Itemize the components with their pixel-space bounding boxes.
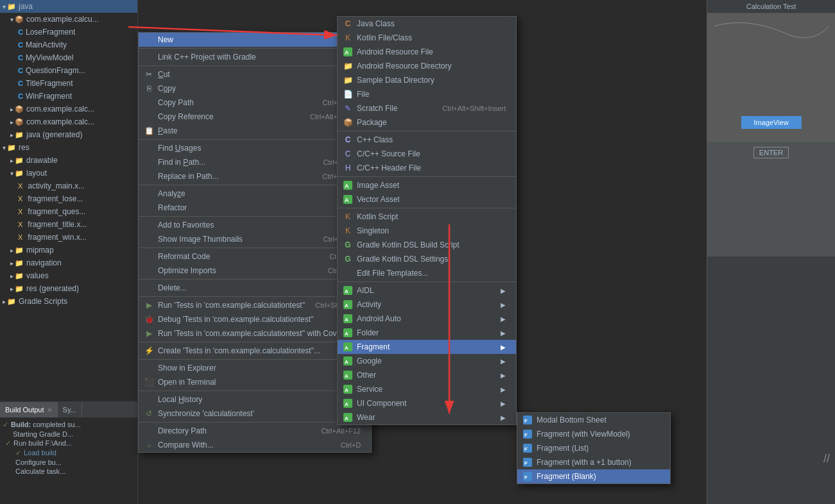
menu-item-fragment-list[interactable]: F Fragment (List): [517, 441, 670, 455]
menu-item-paste[interactable]: 📋 Paste Ctrl+V: [139, 124, 371, 138]
menu-item-ui-component[interactable]: A UI Component ▶: [338, 396, 516, 410]
menu-item-cpp-class[interactable]: C C++ Class: [338, 133, 516, 147]
menu-item-gradle-build[interactable]: G Gradle Kotlin DSL Build Script: [338, 238, 516, 252]
tree-item-titlefragment[interactable]: C TitleFragment: [0, 77, 137, 90]
menu-item-create-tests[interactable]: ⚡ Create 'Tests in 'com.example.calculat…: [139, 344, 371, 358]
menu-item-run-coverage[interactable]: ▶ Run 'Tests in 'com.example.calculation…: [139, 326, 371, 340]
tree-item-com2[interactable]: ▸ 📦 com.example.calc...: [0, 103, 137, 115]
tree-item-com-example[interactable]: ▾ 📦 com.example.calcu...: [0, 13, 137, 26]
tree-item-fragment-title[interactable]: X fragment_title.x...: [0, 218, 137, 231]
tree-item-activity-main[interactable]: X activity_main.x...: [0, 180, 137, 192]
tree-item-questionfragm[interactable]: C QuestionFragm...: [0, 64, 137, 77]
tree-item-values[interactable]: ▸ 📁 values: [0, 269, 137, 282]
menu-item-kotlin-file[interactable]: K Kotlin File/Class: [338, 31, 516, 45]
menu-item-run-tests[interactable]: ▶ Run 'Tests in 'com.example.calculation…: [139, 298, 371, 312]
cpp-source-icon: C: [343, 149, 353, 158]
menu-item-vector-asset[interactable]: A Vector Asset: [338, 192, 516, 206]
check-icon: ✓: [5, 439, 11, 448]
menu-item-aidl[interactable]: A AIDL ▶: [338, 283, 516, 298]
menu-item-android-auto[interactable]: A Android Auto ▶: [338, 312, 516, 326]
menu-item-show-explorer[interactable]: Show in Explorer: [139, 361, 371, 375]
menu-item-copy-path[interactable]: Copy Path Ctrl+Shift+C: [139, 96, 371, 110]
menu-item-optimize[interactable]: Optimize Imports Ctrl+Alt+O: [139, 264, 371, 278]
menu-item-android-resource-file[interactable]: A Android Resource File: [338, 45, 516, 59]
tree-item-myviewmodel[interactable]: C MyViewModel: [0, 51, 137, 64]
menu-item-replace-path[interactable]: Replace in Path... Ctrl+Shift+R: [139, 169, 371, 183]
tree-item-losefragment[interactable]: C LoseFragment: [0, 26, 137, 38]
class-icon: C: [18, 67, 23, 74]
menu-item-compare[interactable]: ⬦ Compare With... Ctrl+D: [139, 438, 371, 452]
menu-item-cpp-header[interactable]: H C/C++ Header File: [338, 161, 516, 175]
tree-item-winfragment[interactable]: C WinFragment: [0, 90, 137, 103]
close-tab-icon[interactable]: ✕: [47, 407, 52, 414]
tab-sy[interactable]: Sy...: [58, 402, 82, 417]
menu-item-wear[interactable]: A Wear ▶: [338, 410, 516, 424]
menu-item-scratch-file[interactable]: ✎ Scratch File Ctrl+Alt+Shift+Insert: [338, 101, 516, 115]
menu-item-label: Fragment (List): [537, 444, 660, 453]
menu-item-refactor[interactable]: Refactor ▶: [139, 201, 371, 215]
menu-item-file[interactable]: 📄 File: [338, 87, 516, 101]
menu-item-java-class[interactable]: C Java Class: [338, 17, 516, 31]
fragment-vm-icon: F: [522, 430, 533, 439]
menu-item-fragment-viewmodel[interactable]: F Fragment (with ViewModel): [517, 427, 670, 441]
tree-item-fragment-ques[interactable]: X fragment_ques...: [0, 205, 137, 218]
menu-item-fragment-blank[interactable]: F Fragment (Blank): [517, 469, 670, 483]
tree-item-java[interactable]: ▾ 📁 java: [0, 0, 137, 13]
menu-item-fragment-plus[interactable]: F Fragment (with a +1 button): [517, 455, 670, 469]
menu-item-fragment[interactable]: A Fragment ▶: [338, 340, 516, 354]
menu-item-cpp-source[interactable]: C C/C++ Source File: [338, 147, 516, 161]
menu-item-analyze[interactable]: Analyze ▶: [139, 187, 371, 201]
tab-build-output[interactable]: Build Output ✕: [0, 402, 58, 417]
menu-item-new[interactable]: New ▶: [139, 33, 371, 47]
menu-item-other[interactable]: A Other ▶: [338, 368, 516, 382]
menu-item-kotlin-script[interactable]: K Kotlin Script: [338, 210, 516, 224]
menu-item-find-usages[interactable]: Find Usages Alt+F7: [139, 141, 371, 155]
menu-item-synchronize[interactable]: ↺ Synchronize 'calculationtest': [139, 407, 371, 421]
tree-item-mipmap[interactable]: ▸ 📁 mipmap: [0, 244, 137, 256]
tree-item-navigation[interactable]: ▸ 📁 navigation: [0, 256, 137, 269]
menu-item-singleton[interactable]: K Singleton: [338, 224, 516, 238]
menu-item-android-resource-dir[interactable]: 📁 Android Resource Directory: [338, 59, 516, 73]
menu-item-find-path[interactable]: Find in Path... Ctrl+Shift+F: [139, 155, 371, 169]
menu-item-show-thumbnails[interactable]: Show Image Thumbnails Ctrl+Shift+T: [139, 232, 371, 246]
menu-item-debug-tests[interactable]: 🐞 Debug 'Tests in 'com.example.calculati…: [139, 312, 371, 326]
menu-item-activity[interactable]: A Activity ▶: [338, 298, 516, 312]
tree-item-res-gen[interactable]: ▸ 📁 res (generated): [0, 282, 137, 295]
menu-item-reformat[interactable]: Reformat Code Ctrl+Alt+L: [139, 249, 371, 264]
menu-item-gradle-settings[interactable]: G Gradle Kotlin DSL Settings: [338, 252, 516, 266]
class-icon: C: [18, 92, 23, 100]
menu-item-dir-path[interactable]: Directory Path Ctrl+Alt+F12: [139, 424, 371, 438]
menu-item-label: Edit File Templates...: [357, 269, 506, 278]
tree-item-layout[interactable]: ▾ 📁 layout: [0, 167, 137, 180]
tree-item-res[interactable]: ▾ 📁 res: [0, 141, 137, 154]
menu-item-sample-data[interactable]: 📁 Sample Data Directory: [338, 73, 516, 87]
fragment-submenu: F Modal Bottom Sheet F Fragment (with Vi…: [517, 412, 671, 484]
tree-item-fragment-win[interactable]: X fragment_win.x...: [0, 231, 137, 244]
menu-item-copy-ref[interactable]: Copy Reference Ctrl+Alt+Shift+C: [139, 110, 371, 124]
menu-item-local-history[interactable]: Local History ▶: [139, 392, 371, 407]
menu-item-open-terminal[interactable]: ⬛ Open in Terminal: [139, 375, 371, 389]
menu-item-image-asset[interactable]: A Image Asset: [338, 178, 516, 192]
tree-item-mainactivity[interactable]: C MainActivity: [0, 38, 137, 51]
menu-item-link-cpp[interactable]: Link C++ Project with Gradle: [139, 50, 371, 64]
menu-item-copy[interactable]: ⎘ Copy Ctrl+C: [139, 81, 371, 96]
menu-item-service[interactable]: A Service ▶: [338, 382, 516, 396]
menu-item-delete[interactable]: Delete... Delete: [139, 281, 371, 295]
menu-item-label: Replace in Path...: [158, 172, 312, 181]
menu-item-modal-bottom[interactable]: F Modal Bottom Sheet: [517, 413, 670, 427]
menu-item-edit-templates[interactable]: Edit File Templates...: [338, 266, 516, 280]
tree-item-label: navigation: [26, 258, 62, 267]
menu-item-folder[interactable]: A Folder ▶: [338, 326, 516, 340]
menu-item-package[interactable]: 📦 Package: [338, 115, 516, 130]
tree-item-com3[interactable]: ▸ 📦 com.example.calc...: [0, 115, 137, 128]
menu-item-label: Android Auto: [357, 314, 498, 323]
menu-item-label: Refactor: [158, 203, 353, 212]
menu-item-cut[interactable]: ✂ Cut Ctrl+X: [139, 67, 371, 81]
tree-item-java-gen[interactable]: ▸ 📁 java (generated): [0, 128, 137, 141]
menu-item-add-fav[interactable]: Add to Favorites ▶: [139, 218, 371, 232]
tree-item-gradle[interactable]: ▸ 📁 Gradle Scripts: [0, 295, 137, 308]
tree-item-drawable[interactable]: ▸ 📁 drawable: [0, 154, 137, 167]
menu-item-google[interactable]: A Google ▶: [338, 354, 516, 368]
tree-item-fragment-lose[interactable]: X fragment_lose...: [0, 192, 137, 205]
collapse-arrow: ▸: [10, 247, 13, 254]
